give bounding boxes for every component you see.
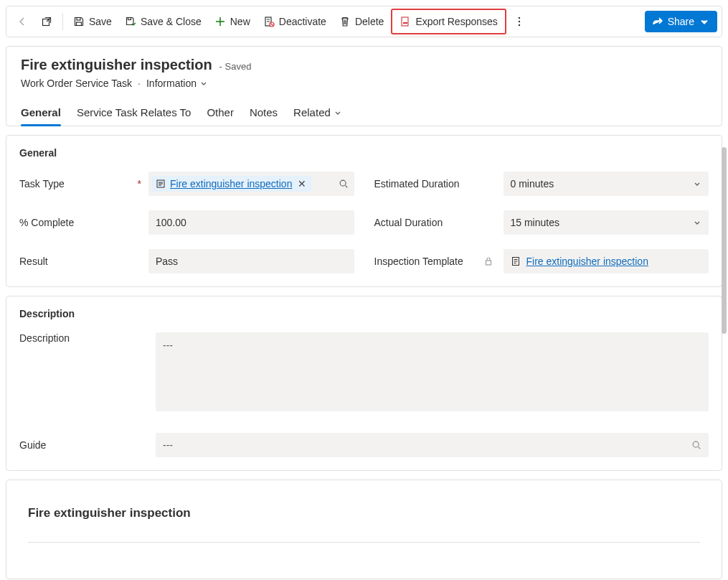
chevron-down-icon	[699, 16, 710, 27]
input-guide[interactable]: ---	[156, 433, 709, 457]
svg-point-7	[519, 17, 520, 19]
label-task-type: Task Type*	[19, 178, 141, 190]
deactivate-button[interactable]: Deactivate	[257, 10, 332, 33]
page-title: Fire extinguisher inspection	[21, 57, 212, 73]
divider	[28, 542, 700, 543]
field-result: Result Pass	[19, 249, 354, 273]
svg-rect-1	[77, 18, 80, 21]
section-description: Description Description --- Guide ---	[6, 296, 722, 471]
section-title-general: General	[19, 147, 709, 159]
share-button[interactable]: Share	[645, 11, 717, 32]
tab-other[interactable]: Other	[207, 102, 234, 126]
input-estimated-duration[interactable]: 0 minutes	[504, 172, 709, 196]
tab-related[interactable]: Related	[293, 102, 342, 126]
export-responses-highlight: Export Responses	[391, 9, 506, 34]
svg-rect-3	[128, 18, 131, 20]
new-label: New	[230, 16, 250, 27]
save-label: Save	[89, 16, 112, 27]
export-responses-button[interactable]: Export Responses	[394, 10, 503, 33]
lookup-chip-task-type: Fire extinguisher inspection ✕	[151, 176, 312, 192]
svg-point-14	[693, 441, 699, 447]
chevron-down-icon	[693, 179, 701, 188]
section-inspection-response: Fire extinguisher inspection	[6, 480, 722, 579]
new-button[interactable]: New	[209, 10, 256, 33]
save-button[interactable]: Save	[67, 10, 118, 33]
save-state: - Saved	[219, 61, 252, 72]
tab-general[interactable]: General	[21, 102, 61, 126]
svg-rect-2	[77, 22, 82, 26]
lock-icon	[483, 256, 496, 266]
input-actual-duration[interactable]: 15 minutes	[504, 210, 709, 235]
deactivate-label: Deactivate	[279, 16, 326, 27]
deactivate-icon	[263, 16, 275, 27]
delete-label: Delete	[355, 16, 384, 27]
form-name: Information	[146, 78, 197, 89]
task-type-icon	[156, 179, 166, 189]
command-bar: Save Save & Close New Deactivate Delete …	[6, 6, 722, 37]
share-icon	[652, 16, 663, 27]
label-description: Description	[19, 332, 141, 344]
input-inspection-template: Fire extinguisher inspection	[504, 249, 709, 273]
chevron-down-icon	[199, 79, 208, 88]
kebab-icon	[514, 16, 525, 27]
pdf-icon	[400, 16, 411, 27]
svg-point-9	[519, 24, 520, 26]
delete-button[interactable]: Delete	[334, 10, 389, 33]
remove-task-type-icon[interactable]: ✕	[296, 178, 308, 190]
export-responses-label: Export Responses	[415, 16, 497, 27]
field-inspection-template: Inspection Template Fire extinguisher in…	[374, 249, 709, 273]
save-icon	[73, 16, 85, 27]
svg-point-8	[519, 21, 520, 22]
form-selector[interactable]: Information	[146, 78, 208, 89]
entity-name: Work Order Service Task	[21, 78, 132, 89]
link-task-type[interactable]: Fire extinguisher inspection	[170, 178, 292, 190]
separator	[62, 13, 63, 30]
label-percent-complete: % Complete	[19, 217, 141, 228]
tab-notes[interactable]: Notes	[250, 102, 278, 126]
scrollbar[interactable]	[722, 147, 727, 334]
label-estimated-duration: Estimated Duration	[374, 178, 496, 190]
search-icon[interactable]	[339, 179, 349, 189]
save-close-label: Save & Close	[141, 16, 202, 27]
tab-list: General Service Task Relates To Other No…	[21, 102, 707, 126]
label-guide: Guide	[19, 439, 141, 451]
input-description[interactable]: ---	[156, 332, 709, 411]
plus-icon	[214, 16, 226, 27]
trash-icon	[339, 16, 351, 27]
tab-service-task-relates-to[interactable]: Service Task Relates To	[77, 102, 192, 126]
field-percent-complete: % Complete 100.00	[19, 210, 354, 235]
input-percent-complete[interactable]: 100.00	[148, 210, 354, 235]
inspection-icon	[511, 256, 521, 266]
popout-icon	[41, 16, 52, 27]
section-general: General Task Type* Fire extinguisher ins…	[6, 135, 722, 287]
svg-point-11	[340, 180, 346, 186]
field-task-type: Task Type* Fire extinguisher inspection …	[19, 172, 354, 196]
separator-dot: ·	[138, 78, 141, 89]
save-close-icon	[125, 16, 136, 27]
label-inspection-template: Inspection Template	[374, 256, 496, 267]
inspection-title: Fire extinguisher inspection	[28, 506, 700, 520]
save-close-button[interactable]: Save & Close	[119, 10, 207, 33]
field-estimated-duration: Estimated Duration 0 minutes	[374, 172, 709, 196]
chevron-down-icon	[334, 108, 342, 117]
back-button[interactable]	[11, 10, 34, 33]
arrow-left-icon	[16, 16, 28, 27]
label-actual-duration: Actual Duration	[374, 217, 496, 228]
input-task-type[interactable]: Fire extinguisher inspection ✕	[148, 172, 354, 196]
form-header: Fire extinguisher inspection - Saved Wor…	[6, 46, 722, 126]
link-inspection-template[interactable]: Fire extinguisher inspection	[526, 256, 648, 267]
svg-rect-12	[486, 261, 491, 265]
field-actual-duration: Actual Duration 15 minutes	[374, 210, 709, 235]
search-icon[interactable]	[691, 440, 701, 450]
section-title-description: Description	[19, 308, 709, 319]
overflow-menu-button[interactable]	[508, 10, 531, 33]
input-result[interactable]: Pass	[148, 249, 354, 273]
svg-rect-6	[402, 17, 408, 26]
label-result: Result	[19, 256, 141, 267]
share-label: Share	[668, 16, 694, 27]
open-new-window-button[interactable]	[35, 10, 58, 33]
chevron-down-icon	[693, 218, 701, 227]
